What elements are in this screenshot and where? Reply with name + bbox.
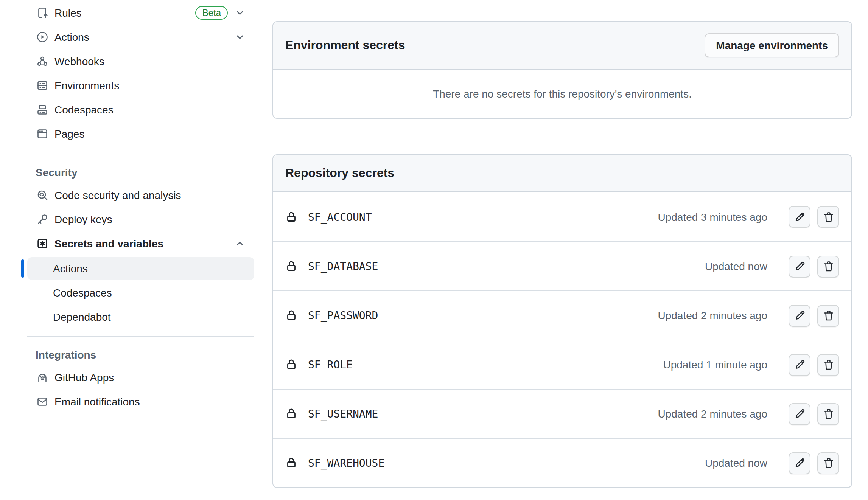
sidebar-item-code-security[interactable]: Code security and analysis (27, 183, 254, 207)
secret-row: SF_WAREHOUSE Updated now (273, 438, 851, 487)
repository-secrets-header: Repository secrets (273, 155, 851, 192)
delete-secret-button[interactable] (817, 255, 839, 277)
sidebar-item-github-apps[interactable]: GitHub Apps (27, 365, 254, 390)
environment-secrets-header: Environment secrets Manage environments (273, 22, 851, 70)
pencil-icon (793, 408, 806, 420)
sidebar-item-webhooks[interactable]: Webhooks (27, 49, 254, 73)
secret-row: SF_ACCOUNT Updated 3 minutes ago (273, 192, 851, 241)
trash-icon (822, 457, 834, 469)
trash-icon (822, 260, 834, 272)
sidebar-item-codespaces[interactable]: Codespaces (27, 98, 254, 122)
sidebar-divider (27, 154, 254, 154)
secret-name: SF_PASSWORD (308, 309, 378, 321)
sidebar-item-rules[interactable]: Rules Beta (27, 1, 254, 25)
sidebar-item-label: GitHub Apps (54, 371, 114, 384)
delete-secret-button[interactable] (817, 304, 839, 326)
secret-row: SF_PASSWORD Updated 2 minutes ago (273, 290, 851, 340)
rules-icon (36, 7, 48, 19)
secret-updated-time: Updated now (705, 457, 767, 469)
secret-updated-time: Updated 2 minutes ago (658, 309, 767, 321)
sidebar-item-label: Pages (54, 128, 84, 140)
repository-secrets-panel: Repository secrets SF_ACCOUNT Updated 3 … (272, 154, 852, 488)
trash-icon (822, 211, 834, 223)
sidebar-item-deploy-keys[interactable]: Deploy keys (27, 207, 254, 231)
play-icon (36, 31, 48, 43)
pencil-icon (793, 309, 806, 321)
mail-icon (36, 396, 48, 408)
delete-secret-button[interactable] (817, 354, 839, 376)
subnav-item-label: Actions (53, 262, 88, 275)
panel-title: Repository secrets (285, 166, 394, 180)
sidebar-section-integrations: Integrations (27, 349, 254, 361)
sidebar-divider (27, 336, 254, 337)
subnav-item-label: Dependabot (53, 311, 111, 323)
sidebar-item-actions[interactable]: Actions (27, 25, 254, 49)
chevron-down-icon (235, 8, 245, 18)
secret-updated-time: Updated now (705, 260, 767, 272)
secret-name: SF_USERNAME (308, 408, 378, 420)
delete-secret-button[interactable] (817, 452, 839, 474)
delete-secret-button[interactable] (817, 403, 839, 425)
beta-badge: Beta (196, 6, 228, 20)
codescan-icon (36, 189, 48, 201)
edit-secret-button[interactable] (789, 452, 810, 474)
server-icon (36, 79, 48, 92)
lock-icon (285, 211, 297, 223)
chevron-up-icon (235, 238, 245, 249)
subnav-item-dependabot[interactable]: Dependabot (27, 306, 254, 328)
secret-name: SF_WAREHOUSE (308, 457, 384, 469)
secret-row: SF_USERNAME Updated 2 minutes ago (273, 389, 851, 438)
sidebar-item-secrets-and-variables[interactable]: Secrets and variables (27, 231, 254, 256)
secret-row: SF_DATABASE Updated now (273, 241, 851, 290)
secret-name: SF_ACCOUNT (308, 211, 372, 223)
chevron-down-icon (235, 32, 245, 42)
secrets-subnav: Actions Codespaces Dependabot (27, 257, 254, 328)
edit-secret-button[interactable] (789, 354, 810, 376)
edit-secret-button[interactable] (789, 255, 810, 277)
lock-icon (285, 309, 297, 321)
pencil-icon (793, 211, 806, 223)
secret-name: SF_DATABASE (308, 260, 378, 272)
subnav-item-label: Codespaces (53, 287, 112, 299)
lock-icon (285, 408, 297, 420)
browser-icon (36, 128, 48, 140)
subnav-item-actions[interactable]: Actions (27, 257, 254, 280)
sidebar-item-label: Rules (54, 7, 82, 19)
edit-secret-button[interactable] (789, 403, 810, 425)
sidebar-section-security: Security (27, 166, 254, 179)
subnav-item-codespaces[interactable]: Codespaces (27, 281, 254, 304)
lock-icon (285, 260, 297, 272)
secret-row: SF_ROLE Updated 1 minute ago (273, 340, 851, 389)
key-asterisk-icon (36, 238, 48, 250)
secret-updated-time: Updated 1 minute ago (663, 359, 767, 371)
panel-title: Environment secrets (285, 39, 405, 52)
codespaces-icon (36, 104, 48, 116)
sidebar-item-label: Code security and analysis (54, 189, 181, 201)
sidebar-item-label: Deploy keys (54, 213, 112, 225)
sidebar-item-label: Actions (54, 31, 89, 43)
sidebar-item-label: Codespaces (54, 104, 114, 116)
secret-name: SF_ROLE (308, 359, 353, 371)
trash-icon (822, 408, 834, 420)
key-icon (36, 213, 48, 225)
manage-environments-button[interactable]: Manage environments (705, 33, 839, 57)
environment-secrets-panel: Environment secrets Manage environments … (272, 21, 852, 119)
repository-secrets-list: SF_ACCOUNT Updated 3 minutes ago (273, 192, 851, 487)
sidebar-item-email-notifications[interactable]: Email notifications (27, 390, 254, 414)
sidebar-item-label: Environments (54, 79, 119, 92)
delete-secret-button[interactable] (817, 206, 839, 228)
pencil-icon (793, 359, 806, 371)
pencil-icon (793, 457, 806, 469)
environment-secrets-empty-message: There are no secrets for this repository… (273, 70, 851, 118)
sidebar-item-label: Webhooks (54, 55, 104, 67)
edit-secret-button[interactable] (789, 206, 810, 228)
webhook-icon (36, 55, 48, 67)
sidebar-item-pages[interactable]: Pages (27, 122, 254, 146)
hubot-icon (36, 371, 48, 384)
secret-updated-time: Updated 2 minutes ago (658, 408, 767, 420)
sidebar-item-label: Secrets and variables (54, 238, 163, 250)
sidebar-item-environments[interactable]: Environments (27, 73, 254, 98)
edit-secret-button[interactable] (789, 304, 810, 326)
lock-icon (285, 457, 297, 469)
sidebar-item-label: Email notifications (54, 396, 140, 408)
